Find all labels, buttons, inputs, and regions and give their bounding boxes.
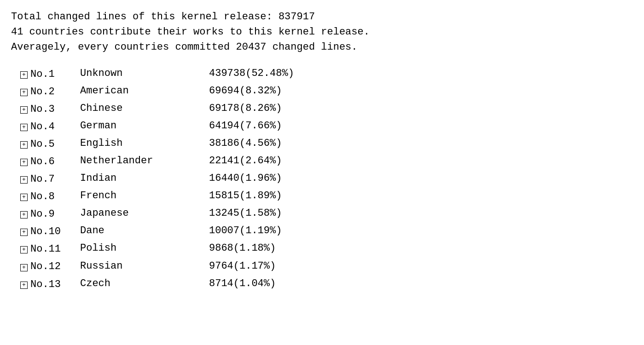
country-value: 10007(1.19%) [209, 223, 282, 239]
table-row[interactable]: +No.2 American69694(8.32%) [20, 83, 633, 100]
country-value: 439738(52.48%) [209, 66, 294, 81]
country-name: Dane [80, 223, 209, 239]
country-value: 15815(1.89%) [209, 188, 282, 204]
table-row[interactable]: +No.10Dane10007(1.19%) [20, 223, 633, 240]
country-name: Indian [80, 171, 209, 186]
country-value: 69178(8.26%) [209, 101, 282, 116]
expand-icon[interactable]: + [20, 124, 28, 131]
country-name: Russian [80, 259, 209, 274]
rank-label: No.10 [30, 224, 61, 240]
rank-label: No.12 [30, 259, 61, 275]
country-value: 13245(1.58%) [209, 206, 282, 221]
table-row[interactable]: +No.1 Unknown439738(52.48%) [20, 66, 633, 82]
header-line-1: Total changed lines of this kernel relea… [11, 9, 633, 24]
expand-icon[interactable]: + [20, 141, 28, 149]
country-table: +No.1 Unknown439738(52.48%)+No.2 America… [20, 66, 633, 293]
country-value: 69694(8.32%) [209, 83, 282, 99]
rank-label: No.2 [30, 84, 61, 100]
table-row[interactable]: +No.5 English38186(4.56%) [20, 136, 633, 152]
country-value: 64194(7.66%) [209, 118, 282, 134]
country-value: 16440(1.96%) [209, 171, 282, 186]
rank-label: No.8 [30, 189, 61, 205]
expand-icon[interactable]: + [20, 176, 28, 184]
rank-label: No.4 [30, 119, 61, 135]
expand-icon[interactable]: + [20, 282, 28, 289]
expand-icon[interactable]: + [20, 229, 28, 236]
country-value: 8714(1.04%) [209, 276, 276, 292]
rank-label: No.11 [30, 242, 61, 257]
country-name: English [80, 136, 209, 151]
country-value: 22141(2.64%) [209, 153, 282, 169]
country-name: Netherlander [80, 153, 209, 169]
table-row[interactable]: +No.7 Indian16440(1.96%) [20, 171, 633, 187]
table-row[interactable]: +No.4 German64194(7.66%) [20, 118, 633, 135]
expand-icon[interactable]: + [20, 106, 28, 114]
rank-label: No.6 [30, 154, 61, 170]
country-value: 38186(4.56%) [209, 136, 282, 151]
expand-icon[interactable]: + [20, 246, 28, 253]
table-row[interactable]: +No.6 Netherlander22141(2.64%) [20, 153, 633, 170]
rank-label: No.3 [30, 102, 61, 117]
rank-label: No.1 [30, 67, 61, 82]
country-name: French [80, 188, 209, 204]
table-row[interactable]: +No.9 Japanese13245(1.58%) [20, 206, 633, 222]
country-value: 9868(1.18%) [209, 241, 276, 256]
country-name: Unknown [80, 66, 209, 81]
expand-icon[interactable]: + [20, 264, 28, 271]
rank-label: No.9 [30, 207, 61, 222]
header-line-3: Averagely, every countries committed 204… [11, 40, 633, 55]
expand-icon[interactable]: + [20, 159, 28, 166]
table-row[interactable]: +No.8 French15815(1.89%) [20, 188, 633, 205]
expand-icon[interactable]: + [20, 71, 28, 79]
country-name: German [80, 118, 209, 134]
country-name: Czech [80, 276, 209, 292]
country-name: Japanese [80, 206, 209, 221]
table-row[interactable]: +No.13Czech8714(1.04%) [20, 276, 633, 293]
table-row[interactable]: +No.3 Chinese69178(8.26%) [20, 101, 633, 117]
country-name: Polish [80, 241, 209, 256]
rank-label: No.13 [30, 277, 61, 293]
table-row[interactable]: +No.12Russian9764(1.17%) [20, 259, 633, 275]
country-name: American [80, 83, 209, 99]
expand-icon[interactable]: + [20, 89, 28, 96]
table-row[interactable]: +No.11Polish9868(1.18%) [20, 241, 633, 257]
expand-icon[interactable]: + [20, 211, 28, 218]
header-line-2: 41 countries contribute their works to t… [11, 24, 633, 40]
rank-label: No.5 [30, 137, 61, 152]
header-section: Total changed lines of this kernel relea… [11, 9, 633, 55]
country-name: Chinese [80, 101, 209, 116]
expand-icon[interactable]: + [20, 194, 28, 201]
rank-label: No.7 [30, 172, 61, 187]
country-value: 9764(1.17%) [209, 259, 276, 274]
